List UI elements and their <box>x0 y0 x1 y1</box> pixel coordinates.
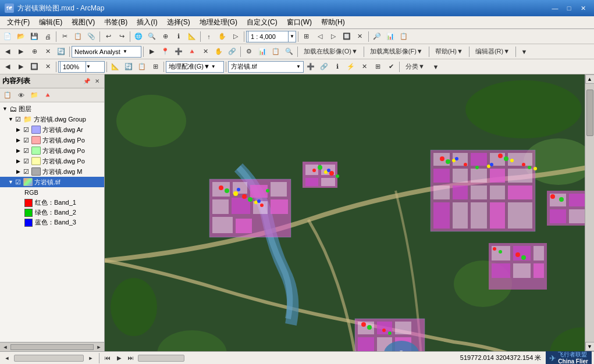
m-expand[interactable]: ▶ <box>16 169 23 174</box>
tb3-btn8[interactable]: ⊞ <box>149 60 162 73</box>
tif-expand[interactable]: ▼ <box>8 179 15 185</box>
tif-clear-button[interactable]: ✕ <box>358 60 371 73</box>
menu-view[interactable]: 视图(V) <box>67 16 99 28</box>
po3-check[interactable]: ☑ <box>23 158 31 165</box>
save-button[interactable]: 💾 <box>28 30 41 43</box>
help-button[interactable]: 帮助(H)▼ <box>431 45 467 58</box>
tb3-btn7[interactable]: 📋 <box>136 60 148 73</box>
tif-check[interactable]: ☑ <box>15 179 23 186</box>
menu-insert[interactable]: 插入(I) <box>132 16 162 28</box>
tb3-btn5[interactable]: 📐 <box>109 60 122 73</box>
zoom-input[interactable]: 100% <box>60 61 86 73</box>
network-analyst-dropdown[interactable]: Network Analyst ▼ <box>72 46 141 58</box>
toc-close-button[interactable]: ✕ <box>93 77 102 86</box>
tb2-btn2[interactable]: ▶ <box>15 45 27 58</box>
print-button[interactable]: 🖨 <box>41 30 54 43</box>
classify-dropdown-button[interactable]: 分类▼ <box>401 60 429 73</box>
play-play-button[interactable]: ▶ <box>115 354 124 362</box>
na-add-button[interactable]: ➕ <box>172 45 185 58</box>
toc-visible-btn[interactable]: 👁 <box>15 89 27 102</box>
zoom-in-button[interactable]: 🔍 <box>145 30 158 43</box>
na-snap-button[interactable]: 🔗 <box>226 45 239 58</box>
overview-button[interactable]: 📊 <box>384 30 397 43</box>
status-scroll-left[interactable]: ◄ <box>2 354 12 362</box>
tif-info-button[interactable]: ℹ <box>331 60 344 73</box>
load-offline-imagery-button[interactable]: 加载离线影像(F)▼ <box>366 45 427 58</box>
north-arrow-button[interactable]: ↑ <box>202 30 215 43</box>
pan-button[interactable]: ✋ <box>216 30 229 43</box>
tb2-last[interactable]: ▼ <box>518 45 531 58</box>
undo-button[interactable]: ↩ <box>102 30 115 43</box>
menu-window[interactable]: 窗口(W) <box>282 16 316 28</box>
tif-add-button[interactable]: ➕ <box>304 60 317 73</box>
toc-source-btn[interactable]: 📁 <box>28 89 41 102</box>
maximize-button[interactable]: □ <box>563 2 575 14</box>
na-extra2[interactable]: 📋 <box>269 45 282 58</box>
po3-expand[interactable]: ▶ <box>16 158 23 164</box>
na-delete-button[interactable]: ✕ <box>199 45 212 58</box>
na-extra3[interactable]: 🔍 <box>283 45 296 58</box>
toc-item-tif[interactable]: ▼ ☑ 方岩镇.tif <box>0 177 104 187</box>
ar-check[interactable]: ☑ <box>23 126 31 134</box>
play-button[interactable]: ⏮ <box>103 354 112 362</box>
na-directions-button[interactable]: 📍 <box>159 45 172 58</box>
scrollbar-up-button[interactable]: ▲ <box>585 74 595 84</box>
tif-file-dropdown[interactable]: 方岩镇.tif ▼ <box>228 61 304 73</box>
select-button[interactable]: ▷ <box>229 30 242 43</box>
na-extra1[interactable]: 📊 <box>256 45 269 58</box>
tb2-btn5[interactable]: 🔄 <box>55 45 67 58</box>
toc-item-ar[interactable]: ▶ ☑ 方岩镇.dwg Ar <box>0 124 104 135</box>
close-button[interactable]: ✕ <box>577 2 589 14</box>
scale-dropdown[interactable]: 1 : 4,000 ▼ <box>246 31 296 42</box>
na-solve-button[interactable]: ▶ <box>145 45 158 58</box>
toc-scroll-right[interactable]: ► <box>95 343 103 351</box>
toc-item-po3[interactable]: ▶ ☑ 方岩镇.dwg Po <box>0 156 104 166</box>
tif-check-button[interactable]: ✔ <box>385 60 397 73</box>
menu-help[interactable]: 帮助(H) <box>316 16 350 28</box>
scale-input[interactable]: 1 : 4,000 <box>248 31 289 42</box>
po1-expand[interactable]: ▶ <box>16 137 23 143</box>
scrollbar-down-button[interactable]: ▼ <box>585 342 595 351</box>
tif-fit-button[interactable]: ⊞ <box>371 60 384 73</box>
tb3-btn1[interactable]: ◀ <box>1 60 14 73</box>
po2-expand[interactable]: ▶ <box>16 148 23 154</box>
scrollbar-track[interactable] <box>586 84 594 342</box>
tb3-last[interactable]: ▼ <box>429 60 442 73</box>
map-vertical-scrollbar[interactable]: ▲ ▼ <box>585 74 594 351</box>
toc-scroll-left[interactable]: ◄ <box>1 343 9 351</box>
na-select-button[interactable]: 🔺 <box>186 45 198 58</box>
toc-item-po1[interactable]: ▶ ☑ 方岩镇.dwg Po <box>0 135 104 145</box>
copy-button[interactable]: 📋 <box>72 30 84 43</box>
load-online-imagery-button[interactable]: 加载在线影像(O)▼ <box>300 45 362 58</box>
identify-button[interactable]: ℹ <box>172 30 185 43</box>
toc-item-m[interactable]: ▶ ☑ 方岩镇.dwg M <box>0 166 104 177</box>
toc-pin-button[interactable]: 📌 <box>82 77 91 86</box>
map-bottom-scroll2[interactable] <box>138 355 184 362</box>
minimize-button[interactable]: — <box>549 2 561 14</box>
paste-button[interactable]: 📎 <box>85 30 98 43</box>
toc-item-group[interactable]: ▼ ☑ 📁 方岩镇.dwg Group <box>0 114 104 124</box>
cut-button[interactable]: ✂ <box>58 30 71 43</box>
group-expand-icon[interactable]: ▼ <box>8 116 15 122</box>
zoom-to-full-button[interactable]: 🌐 <box>132 30 145 43</box>
menu-customize[interactable]: 自定义(C) <box>242 16 282 28</box>
toc-scroll-track[interactable] <box>10 344 94 350</box>
open-button[interactable]: 📂 <box>15 30 27 43</box>
window-controls[interactable]: — □ ✕ <box>549 2 589 14</box>
full-extent-button[interactable]: ⊞ <box>300 30 313 43</box>
magnify-button[interactable]: 🔎 <box>371 30 383 43</box>
zoom-out-button[interactable]: ⊕ <box>159 30 172 43</box>
map-horizontal-scrollbar[interactable] <box>14 355 84 362</box>
redo-button[interactable]: ↪ <box>115 30 128 43</box>
play-next-button[interactable]: ⏭ <box>126 354 136 362</box>
po2-check[interactable]: ☑ <box>23 147 31 155</box>
new-button[interactable]: 📄 <box>1 30 14 43</box>
forward-extent-button[interactable]: ▷ <box>327 30 340 43</box>
toc-item-po2[interactable]: ▶ ☑ 方岩镇.dwg Po <box>0 145 104 156</box>
tb2-btn1[interactable]: ◀ <box>1 45 14 58</box>
m-check[interactable]: ☑ <box>23 168 31 176</box>
status-scroll-right[interactable]: ► <box>86 354 95 362</box>
tb3-btn3[interactable]: 🔲 <box>28 60 41 73</box>
zoom-pct-dropdown[interactable]: 100% ▼ <box>58 61 105 73</box>
tif-auto-button[interactable]: ⚡ <box>344 60 357 73</box>
